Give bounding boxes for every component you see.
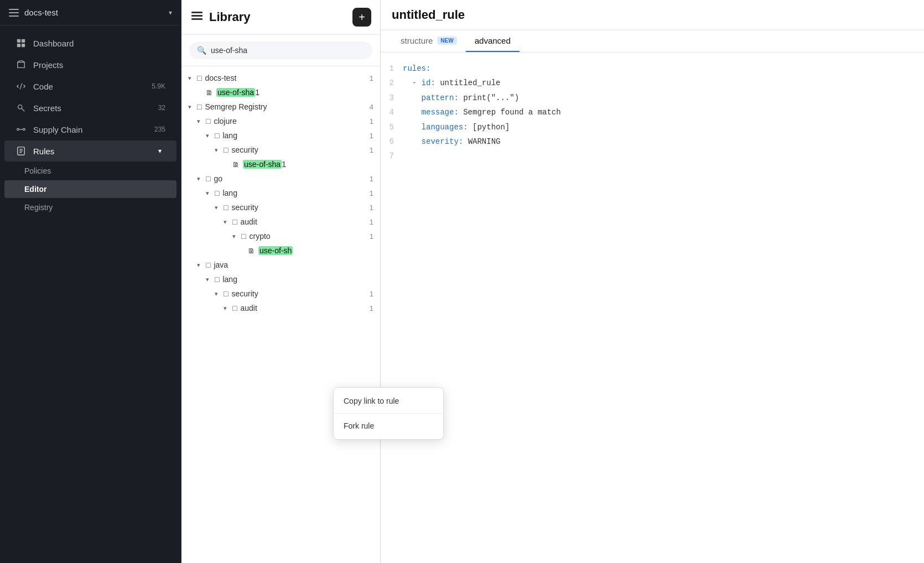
folder-label: security <box>231 289 369 298</box>
dashboard-icon <box>15 38 27 49</box>
editor-title-bar: untitled_rule <box>381 0 924 30</box>
folder-icon: □ <box>197 74 201 82</box>
folder-label: go <box>214 174 369 183</box>
add-rule-button[interactable]: + <box>352 8 371 27</box>
chevron-icon: ▾ <box>215 290 221 298</box>
code-line: 3 pattern: print("...") <box>381 91 924 105</box>
folder-label: Semgrep Registry <box>205 102 369 111</box>
list-item[interactable]: 🗎 use-of-sha1 <box>181 85 380 100</box>
svg-rect-3 <box>22 44 25 47</box>
secrets-badge: 32 <box>158 104 165 112</box>
item-count: 1 <box>370 74 373 82</box>
chevron-icon: ▾ <box>188 75 195 82</box>
svg-rect-2 <box>17 44 20 47</box>
chevron-icon: ▾ <box>215 204 221 211</box>
chevron-down-icon[interactable]: ▾ <box>169 9 172 17</box>
line-content: - id: untitled_rule <box>403 77 500 89</box>
search-input[interactable] <box>211 46 365 55</box>
folder-label: audit <box>240 304 369 312</box>
tree-container: ▾ □ docs-test 1 🗎 use-of-sha1 ▾ □ Semgre… <box>181 66 380 563</box>
context-menu: Copy link to rule Fork rule <box>333 387 444 440</box>
code-line: 1 rules: <box>381 61 924 76</box>
svg-point-5 <box>18 105 22 109</box>
library-header: Library + <box>181 0 380 35</box>
context-menu-divider <box>334 413 443 414</box>
sidebar-item-editor[interactable]: Editor <box>4 180 177 198</box>
svg-rect-15 <box>191 18 203 20</box>
folder-label: clojure <box>214 117 369 126</box>
list-item[interactable]: ▾ □ go 1 <box>181 171 380 186</box>
list-item[interactable]: ▾ □ security 1 <box>181 200 380 215</box>
list-item[interactable]: ▾ □ crypto 1 <box>181 229 380 243</box>
list-item[interactable]: ▾ □ audit 1 <box>181 301 380 315</box>
list-item[interactable]: ▾ □ lang 1 <box>181 186 380 200</box>
item-count: 1 <box>370 132 373 140</box>
line-content: rules: <box>403 62 430 75</box>
sidebar-item-projects[interactable]: Projects <box>4 54 177 75</box>
fork-rule-menu-item[interactable]: Fork rule <box>334 415 443 437</box>
secrets-icon <box>15 102 27 113</box>
folder-icon: □ <box>232 304 237 312</box>
rules-icon <box>15 145 27 157</box>
list-item[interactable]: ▾ □ security 1 <box>181 143 380 157</box>
list-item[interactable]: ▾ □ Semgrep Registry 4 <box>181 100 380 114</box>
sidebar-item-dashboard[interactable]: Dashboard <box>4 33 177 54</box>
code-editor[interactable]: 1 rules: 2 - id: untitled_rule 3 pattern… <box>381 53 924 563</box>
new-badge: NEW <box>437 37 456 45</box>
item-count: 1 <box>370 304 373 312</box>
sidebar-item-policies[interactable]: Policies <box>4 162 177 180</box>
list-item[interactable]: 🗎 use-of-sh <box>181 243 380 258</box>
line-number: 3 <box>381 92 403 104</box>
editor-title: untitled_rule <box>392 8 465 22</box>
sidebar-item-supply-chain[interactable]: Supply Chain 235 <box>4 119 177 140</box>
hamburger-icon[interactable] <box>9 9 19 17</box>
folder-icon: □ <box>215 189 219 197</box>
folder-icon: □ <box>224 145 228 154</box>
list-item[interactable]: ▾ □ lang 1 <box>181 128 380 143</box>
sidebar-item-code[interactable]: Code 5.9K <box>4 76 177 97</box>
folder-label: lang <box>222 189 369 197</box>
line-number: 2 <box>381 77 403 89</box>
code-line: 5 languages: [python] <box>381 120 924 134</box>
file-label: use-of-sh <box>258 246 373 255</box>
folder-icon: □ <box>215 275 219 284</box>
plus-icon: + <box>359 11 365 24</box>
sidebar-item-secrets[interactable]: Secrets 32 <box>4 97 177 118</box>
list-item[interactable]: ▾ □ java <box>181 258 380 272</box>
library-title: Library <box>209 10 347 24</box>
library-icon <box>190 9 204 25</box>
chevron-icon: ▾ <box>197 118 204 125</box>
copy-link-menu-item[interactable]: Copy link to rule <box>334 390 443 412</box>
item-count: 1 <box>370 189 373 197</box>
list-item[interactable]: ▾ □ lang <box>181 272 380 286</box>
search-icon: 🔍 <box>197 46 206 55</box>
sidebar-item-label: Projects <box>33 60 63 70</box>
tab-advanced[interactable]: advanced <box>466 30 520 52</box>
line-number: 6 <box>381 135 403 148</box>
list-item[interactable]: ▾ □ audit 1 <box>181 215 380 229</box>
chevron-icon: ▾ <box>206 276 212 283</box>
sidebar-item-rules[interactable]: Rules ▾ <box>4 140 177 161</box>
list-item[interactable]: 🗎 use-of-sha1 <box>181 157 380 171</box>
line-number: 4 <box>381 106 403 118</box>
list-item[interactable]: ▾ □ security 1 <box>181 286 380 301</box>
folder-icon: □ <box>215 131 219 140</box>
folder-label: docs-test <box>205 74 369 82</box>
sidebar-item-label: Code <box>33 82 53 91</box>
tab-structure[interactable]: structure NEW <box>392 30 466 52</box>
item-count: 1 <box>370 146 373 154</box>
folder-icon: □ <box>197 102 201 111</box>
item-count: 1 <box>370 232 373 241</box>
code-line: 2 - id: untitled_rule <box>381 76 924 90</box>
line-content: pattern: print("...") <box>403 92 519 104</box>
workspace-name: docs-test <box>24 8 163 17</box>
sidebar-item-label: Secrets <box>33 103 61 113</box>
sidebar-item-registry[interactable]: Registry <box>4 199 177 216</box>
list-item[interactable]: ▾ □ docs-test 1 <box>181 71 380 85</box>
folder-icon: □ <box>224 289 228 298</box>
chevron-icon: ▾ <box>206 190 212 197</box>
list-item[interactable]: ▾ □ clojure 1 <box>181 114 380 128</box>
search-input-wrapper: 🔍 <box>189 41 372 59</box>
folder-icon: □ <box>224 203 228 212</box>
svg-line-4 <box>20 84 22 90</box>
